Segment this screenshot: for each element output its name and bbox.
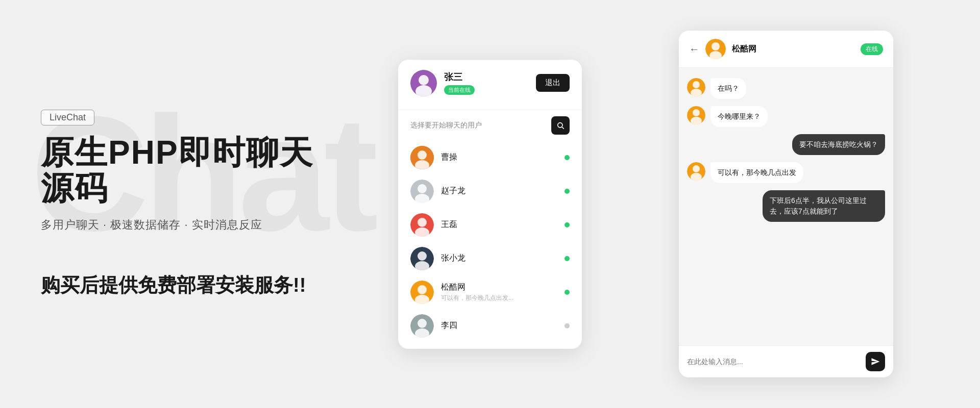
chat-header: ← 松酷网 在线 [679, 31, 893, 68]
send-button[interactable] [866, 352, 885, 371]
online-dot-zhaozilong [565, 189, 570, 194]
online-dot-songku [565, 290, 570, 295]
contact-item-zhangxiaolong[interactable]: 张小龙 [398, 242, 582, 275]
msg-bubble-5: 下班后6点半，我从公司这里过去，应该7点就能到了 [763, 190, 885, 222]
svg-point-15 [418, 251, 427, 261]
contact-item-lisi[interactable]: 李四 [398, 309, 582, 343]
msg-bubble-4: 可以有，那今晚几点出发 [710, 162, 803, 183]
message-row-1: 在吗？ [687, 78, 885, 99]
online-dot-wanglei [565, 222, 570, 227]
contact-info-zhangxiaolong: 张小龙 [441, 253, 557, 264]
msg-avatar-1 [687, 78, 705, 96]
back-button[interactable]: ← [689, 43, 699, 55]
msg-avatar-2 [687, 106, 705, 124]
svg-point-24 [712, 42, 720, 50]
right-section: ← 松酷网 在线 [633, 31, 939, 377]
message-row-2: 今晚哪里来？ [687, 106, 885, 127]
brand-badge: LiveChat [41, 110, 94, 125]
logout-button[interactable]: 退出 [536, 74, 570, 92]
search-label: 选择要开始聊天的用户 [410, 121, 482, 130]
msg-bubble-2: 今晚哪里来？ [710, 106, 768, 127]
contact-info-zhaozilong: 赵子龙 [441, 186, 557, 196]
svg-point-12 [418, 218, 427, 227]
contact-name-wanglei: 王磊 [441, 219, 557, 230]
contact-item-songku[interactable]: 松酷网 可以有，那今晚几点出发... [398, 275, 582, 309]
message-row-3: 要不咱去海底捞吃火锅？ [687, 134, 885, 155]
message-row-4: 可以有，那今晚几点出发 [687, 162, 885, 183]
contact-info-caocao: 曹操 [441, 152, 557, 163]
search-button[interactable] [551, 116, 570, 135]
contact-info-wanglei: 王磊 [441, 219, 557, 230]
contact-avatar-lisi [410, 314, 434, 338]
chat-messages: 在吗？ 今晚哪里来？ 要不咱去海底捞吃火锅？ [679, 68, 893, 345]
contact-preview-songku: 可以有，那今晚几点出发... [441, 294, 557, 302]
svg-point-27 [693, 81, 700, 88]
contact-name-songku: 松酷网 [441, 282, 557, 293]
chat-header-avatar [705, 39, 726, 59]
contact-info-lisi: 李四 [441, 320, 557, 331]
svg-point-9 [418, 184, 427, 193]
svg-point-21 [418, 319, 427, 328]
contact-avatar-zhangxiaolong [410, 247, 434, 270]
chat-user-info: 张三 当前在线 退出 [410, 70, 570, 96]
current-user-avatar [410, 70, 437, 96]
chat-window: ← 松酷网 在线 [679, 31, 893, 377]
contact-name-caocao: 曹操 [441, 152, 557, 163]
contact-avatar-songku [410, 280, 434, 304]
svg-point-1 [419, 75, 429, 85]
chat-list-header: 张三 当前在线 退出 [398, 60, 582, 110]
middle-section: 张三 当前在线 退出 选择要开始聊天的用户 [398, 60, 592, 349]
svg-line-4 [562, 127, 564, 129]
cta-text: 购买后提供免费部署安装服务!! [41, 272, 337, 298]
contact-item-caocao[interactable]: 曹操 [398, 141, 582, 174]
svg-point-33 [693, 165, 700, 172]
contact-name-lisi: 李四 [441, 320, 557, 331]
chat-header-name: 松酷网 [732, 44, 854, 55]
search-row: 选择要开始聊天的用户 [398, 110, 582, 139]
msg-bubble-1: 在吗？ [710, 78, 746, 99]
contact-item-zhaozilong[interactable]: 赵子龙 [398, 174, 582, 208]
svg-point-30 [693, 109, 700, 116]
chat-online-status: 在线 [861, 43, 883, 55]
main-title: 原生PHP即时聊天源码 [41, 135, 337, 207]
svg-point-6 [418, 150, 427, 160]
contact-avatar-caocao [410, 146, 434, 169]
contact-name-zhangxiaolong: 张小龙 [441, 253, 557, 264]
online-dot-zhangxiaolong [565, 256, 570, 261]
contact-info-songku: 松酷网 可以有，那今晚几点出发... [441, 282, 557, 302]
msg-bubble-3: 要不咱去海底捞吃火锅？ [792, 134, 885, 155]
contact-avatar-wanglei [410, 213, 434, 237]
contact-avatar-zhaozilong [410, 180, 434, 203]
contact-list: 曹操 赵子龙 [398, 139, 582, 349]
contact-name-zhaozilong: 赵子龙 [441, 186, 557, 196]
online-dot-caocao [565, 155, 570, 160]
current-user-name: 张三 [444, 71, 529, 83]
chat-input[interactable] [687, 358, 861, 366]
chat-input-area [679, 345, 893, 377]
left-section: LiveChat 原生PHP即时聊天源码 多用户聊天 · 极速数据储存 · 实时… [41, 110, 337, 299]
current-user-status: 当前在线 [444, 85, 475, 95]
current-user-name-block: 张三 当前在线 [444, 71, 529, 95]
msg-avatar-4 [687, 162, 705, 181]
contact-item-wanglei[interactable]: 王磊 [398, 208, 582, 242]
svg-point-18 [418, 285, 427, 294]
svg-point-3 [558, 122, 562, 127]
chat-list-panel: 张三 当前在线 退出 选择要开始聊天的用户 [398, 60, 582, 349]
offline-dot-lisi [565, 323, 570, 328]
subtitle: 多用户聊天 · 极速数据储存 · 实时消息反应 [41, 217, 337, 233]
message-row-5: 下班后6点半，我从公司这里过去，应该7点就能到了 [687, 190, 885, 222]
